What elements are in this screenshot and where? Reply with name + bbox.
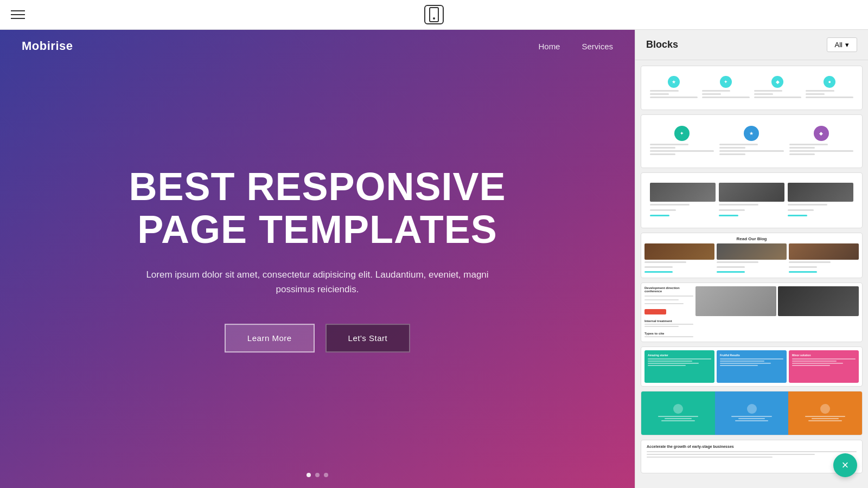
nav-links: Home Services xyxy=(538,42,613,51)
panel-header: Blocks All ▾ xyxy=(635,30,868,60)
right-panel: Blocks All ▾ ★ ✦ xyxy=(635,30,868,488)
block-thumb-cta[interactable]: Accelerate the growth of early-stage bus… xyxy=(641,440,863,473)
hero-title: BEST RESPONSIVE PAGE TEMPLATES xyxy=(73,165,561,251)
block-thumb-3-content xyxy=(641,173,862,228)
blocks-panel-scroll[interactable]: ★ ✦ ◆ ● xyxy=(635,60,868,488)
close-panel-button[interactable]: × xyxy=(833,453,857,477)
toolbar xyxy=(0,0,868,30)
block-thumb-colored-blocks[interactable] xyxy=(641,391,863,435)
hamburger-menu-button[interactable] xyxy=(11,10,25,19)
hero-title-line2: PAGE TEMPLATES xyxy=(137,208,497,251)
filter-button[interactable]: All ▾ xyxy=(827,37,857,52)
block-thumb-8-content: Accelerate the growth of early-stage bus… xyxy=(641,440,862,473)
carousel-dot-3[interactable] xyxy=(324,473,328,477)
main-area: Mobirise Home Services BEST RESPONSIVE P… xyxy=(0,30,868,488)
hero-carousel-dots xyxy=(307,473,328,477)
block-thumb-circle-features[interactable]: ✦ ★ ◆ xyxy=(641,114,863,168)
phone-icon xyxy=(429,7,439,22)
phone-view-button[interactable] xyxy=(424,5,444,24)
hero-title-line1: BEST RESPONSIVE xyxy=(129,165,506,208)
carousel-dot-2[interactable] xyxy=(315,473,320,477)
block-thumb-photo-cards[interactable] xyxy=(641,172,863,228)
nav-bar: Mobirise Home Services xyxy=(0,30,635,62)
block-thumb-5-content: Development direction conference Interna… xyxy=(641,283,862,342)
chevron-down-icon: ▾ xyxy=(845,41,849,49)
hero-buttons: Learn More Let's Start xyxy=(73,324,561,352)
block-thumb-blog[interactable]: Read Our Blog xyxy=(641,233,863,278)
nav-link-services[interactable]: Services xyxy=(582,42,613,51)
block-thumb-4-content: Read Our Blog xyxy=(641,233,862,278)
lets-start-button[interactable]: Let's Start xyxy=(326,324,411,352)
panel-title: Blocks xyxy=(646,39,678,50)
block-thumb-6-content: Amazing starter Fruitful Results xyxy=(641,347,862,386)
carousel-dot-1[interactable] xyxy=(307,473,311,477)
block-thumb-2-content: ✦ ★ ◆ xyxy=(641,115,862,168)
canvas-preview: Mobirise Home Services BEST RESPONSIVE P… xyxy=(0,30,635,488)
hero-subtitle: Lorem ipsum dolor sit amet, consectetur … xyxy=(127,267,507,297)
block-thumb-7-content xyxy=(641,391,862,435)
block-thumb-news[interactable]: Development direction conference Interna… xyxy=(641,282,863,342)
filter-label: All xyxy=(835,41,843,49)
nav-brand: Mobirise xyxy=(22,39,73,53)
block-thumb-1-content: ★ ✦ ◆ ● xyxy=(641,66,862,110)
hero-content: BEST RESPONSIVE PAGE TEMPLATES Lorem ips… xyxy=(73,165,561,353)
nav-link-home[interactable]: Home xyxy=(538,42,560,51)
block-thumb-color-features[interactable]: Amazing starter Fruitful Results xyxy=(641,346,863,387)
block-thumb-icon-cards[interactable]: ★ ✦ ◆ ● xyxy=(641,66,863,110)
learn-more-button[interactable]: Learn More xyxy=(225,324,315,352)
